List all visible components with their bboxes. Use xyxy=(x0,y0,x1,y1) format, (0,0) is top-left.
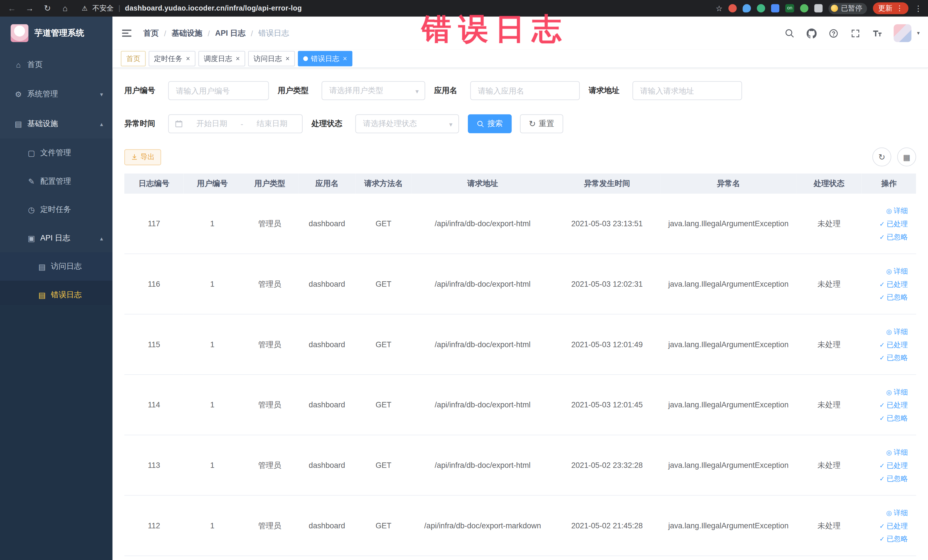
detail-link[interactable]: ◎详细 xyxy=(864,325,908,338)
check-icon: ✓ xyxy=(879,233,885,240)
back-icon[interactable]: ← xyxy=(7,3,17,13)
processed-link[interactable]: ✓已处理 xyxy=(864,398,908,411)
sidebar-toggle-icon[interactable] xyxy=(122,27,134,39)
detail-link[interactable]: ◎详细 xyxy=(864,204,908,217)
avatar-chevron-down-icon[interactable]: ▾ xyxy=(917,30,920,36)
cell-user_id: 1 xyxy=(184,314,241,375)
sidebar-item-label: 定时任务 xyxy=(40,204,112,215)
profile-paused-badge[interactable]: 已暂停 xyxy=(829,3,867,14)
processed-link[interactable]: ✓已处理 xyxy=(864,278,908,291)
sidebar-item-infrastructure[interactable]: ▤基础设施▴ xyxy=(0,109,112,139)
exception-time-range[interactable]: 开始日期 - 结束日期 xyxy=(168,114,303,133)
check-icon: ✓ xyxy=(879,341,885,348)
cell-user_id: 1 xyxy=(184,496,241,556)
ignored-link[interactable]: ✓已忽略 xyxy=(864,411,908,424)
tab-close-icon[interactable]: × xyxy=(285,55,290,62)
filter-app-name: 应用名 xyxy=(434,81,580,100)
breadcrumb-item[interactable]: 基础设施 xyxy=(171,28,202,38)
extension-icon-on[interactable]: on xyxy=(785,4,794,12)
app-name-input[interactable] xyxy=(470,81,580,100)
search-icon[interactable] xyxy=(785,28,795,38)
reset-button[interactable]: 重置 xyxy=(520,114,563,133)
sidebar-item-home[interactable]: ⌂首页 xyxy=(0,50,112,79)
request-url-input[interactable] xyxy=(632,81,742,100)
tab-schedule-log[interactable]: 调度日志× xyxy=(198,51,245,67)
cell-id: 116 xyxy=(124,254,184,314)
extension-icon-vue[interactable] xyxy=(757,4,765,12)
action-label: 已忽略 xyxy=(887,353,908,362)
cell-user_type: 管理员 xyxy=(241,254,298,314)
process-status-select[interactable]: 请选择处理状态 xyxy=(356,114,459,133)
forward-icon[interactable]: → xyxy=(25,3,34,13)
processed-link[interactable]: ✓已处理 xyxy=(864,519,908,533)
ignored-link[interactable]: ✓已忽略 xyxy=(864,471,908,485)
action-label: 已忽略 xyxy=(887,474,908,482)
extensions-puzzle-icon[interactable] xyxy=(814,4,823,12)
fullscreen-icon[interactable] xyxy=(850,28,861,38)
export-button[interactable]: 导出 xyxy=(124,149,161,165)
browser-menu-icon[interactable]: ⋮ xyxy=(914,4,922,12)
help-icon[interactable] xyxy=(828,28,839,38)
address-bar[interactable]: ⚠ 不安全 | dashboard.yudao.iocoder.cn/infra… xyxy=(82,3,716,13)
tab-close-icon[interactable]: × xyxy=(236,55,240,62)
breadcrumb-item[interactable]: API 日志 xyxy=(215,28,245,38)
cell-exception: java.lang.IllegalArgumentException xyxy=(661,314,797,375)
tab-access-log[interactable]: 访问日志× xyxy=(248,51,295,67)
table-row: 1171管理员dashboardGET/api/infra/db-doc/exp… xyxy=(124,194,916,254)
cell-url: /api/infra/db-doc/export-html xyxy=(412,375,554,435)
cell-actions: ◎详细✓已处理✓已忽略 xyxy=(862,375,916,435)
ignored-link[interactable]: ✓已忽略 xyxy=(864,351,908,364)
timer-icon: ◷ xyxy=(25,205,38,214)
sidebar-item-file-management[interactable]: ▢文件管理 xyxy=(0,139,112,167)
home-icon[interactable]: ⌂ xyxy=(61,3,70,13)
exception-time-label: 异常时间 xyxy=(124,118,155,129)
detail-link[interactable]: ◎详细 xyxy=(864,506,908,519)
ignored-link[interactable]: ✓已忽略 xyxy=(864,230,908,243)
ignored-link[interactable]: ✓已忽略 xyxy=(864,532,908,545)
extension-icon-leaf[interactable] xyxy=(800,4,809,12)
ignored-link[interactable]: ✓已忽略 xyxy=(864,290,908,304)
sidebar-item-system-management[interactable]: ⚙系统管理▾ xyxy=(0,79,112,109)
processed-link[interactable]: ✓已处理 xyxy=(864,459,908,472)
column-settings-button[interactable] xyxy=(897,148,916,166)
tab-home[interactable]: 首页 xyxy=(121,51,145,67)
sidebar-item-scheduled-tasks[interactable]: ◷定时任务 xyxy=(0,195,112,224)
calendar-icon xyxy=(175,119,183,128)
tab-error-log[interactable]: 错误日志× xyxy=(298,51,352,67)
github-icon[interactable] xyxy=(806,28,817,38)
cell-method: GET xyxy=(356,254,412,314)
sidebar-item-label: 基础设施 xyxy=(27,118,100,129)
detail-link[interactable]: ◎详细 xyxy=(864,264,908,278)
processed-link[interactable]: ✓已处理 xyxy=(864,217,908,230)
sidebar-item-error-log[interactable]: ▤错误日志 xyxy=(0,281,112,305)
font-size-icon[interactable] xyxy=(872,28,883,38)
tab-close-icon[interactable]: × xyxy=(343,55,347,62)
sidebar-item-api-logs[interactable]: ▣API 日志▴ xyxy=(0,224,112,252)
select-placeholder: 请选择处理状态 xyxy=(363,118,449,129)
user-avatar[interactable] xyxy=(894,24,912,42)
filter-row-1: 用户编号 用户类型 请选择用户类型 应用名 xyxy=(124,81,916,100)
tab-close-icon[interactable]: × xyxy=(186,55,190,62)
logo[interactable]: 芋道管理系统 xyxy=(0,17,112,50)
extension-icon-grid[interactable] xyxy=(771,4,779,12)
extension-icon-red[interactable] xyxy=(729,4,737,12)
action-label: 详细 xyxy=(894,388,908,396)
refresh-table-button[interactable] xyxy=(872,148,891,166)
detail-link[interactable]: ◎详细 xyxy=(864,446,908,459)
extension-icon-drop[interactable] xyxy=(743,4,751,12)
tab-scheduled-tasks[interactable]: 定时任务× xyxy=(149,51,195,67)
sidebar-item-config-management[interactable]: ✎配置管理 xyxy=(0,167,112,195)
tab-label: 调度日志 xyxy=(204,53,232,64)
user-type-select[interactable]: 请选择用户类型 xyxy=(322,81,425,100)
search-button[interactable]: 搜索 xyxy=(468,114,512,133)
bookmark-star-icon[interactable]: ☆ xyxy=(716,4,723,12)
processed-link[interactable]: ✓已处理 xyxy=(864,338,908,351)
detail-link[interactable]: ◎详细 xyxy=(864,385,908,398)
reload-icon[interactable]: ↻ xyxy=(43,3,52,13)
sidebar-item-access-log[interactable]: ▤访问日志 xyxy=(0,252,112,281)
user-id-input[interactable] xyxy=(168,81,269,100)
cell-url: /api/infra/db-doc/export-markdown xyxy=(412,496,554,556)
check-icon: ✓ xyxy=(879,354,885,361)
breadcrumb-item[interactable]: 首页 xyxy=(143,28,159,38)
chrome-update-button[interactable]: 更新 ⋮ xyxy=(873,2,908,14)
